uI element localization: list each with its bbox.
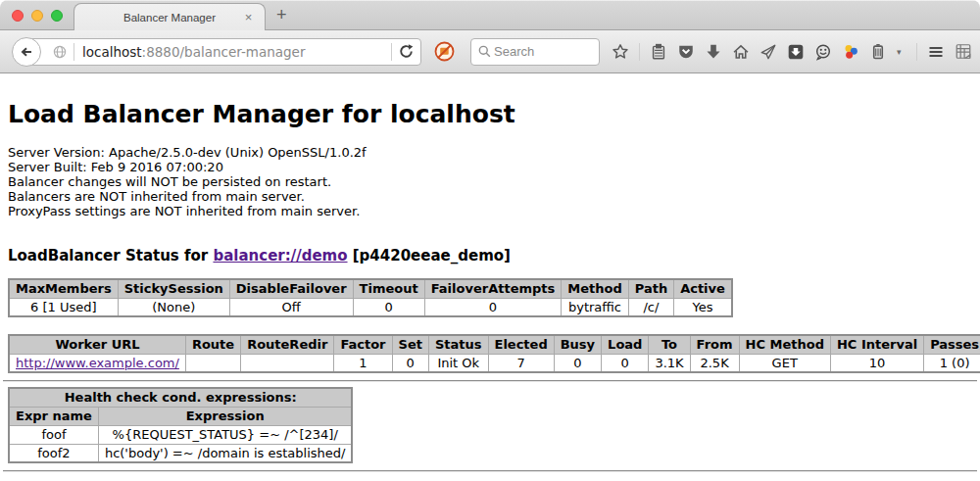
separator-rule-bottom [3, 470, 977, 472]
url-bar[interactable]: localhost:8880/balancer-manager [25, 38, 421, 66]
tab-close-icon[interactable]: × [241, 10, 256, 24]
col-load: Load [602, 335, 649, 354]
col-active: Active [674, 279, 732, 298]
tab-title: Balancer Manager [123, 12, 216, 24]
col-method: Method [562, 279, 628, 298]
col-busy: Busy [554, 335, 601, 354]
globe-icon [52, 44, 68, 60]
col-expression: Expression [98, 407, 352, 425]
colored-dots-icon[interactable] [842, 43, 859, 61]
battery-extension-icon[interactable] [869, 43, 887, 61]
window-controls [12, 10, 63, 22]
health-data-row: foof %{REQUEST_STATUS} =~ /^[234]/ [9, 425, 352, 444]
url-host: localhost [82, 44, 142, 60]
col-hc-interval: HC Interval [830, 335, 923, 354]
reading-list-clipboard-icon[interactable] [650, 43, 667, 61]
server-built-line: Server Built: Feb 9 2016 07:00:20 [8, 160, 972, 174]
page-title: Load Balancer Manager for localhost [8, 100, 972, 128]
page-grid-icon[interactable] [955, 43, 972, 61]
col-elected: Elected [488, 335, 554, 354]
search-icon [477, 44, 492, 59]
back-arrow-icon [19, 44, 34, 60]
status-prefix: LoadBalancer Status for [8, 247, 213, 265]
separator-rule [3, 380, 977, 382]
col-status: Status [428, 335, 488, 354]
worker-data-row: http://www.example.com/ 1 0 Init Ok 7 0 … [9, 354, 980, 372]
col-path: Path [628, 279, 673, 298]
url-path: :8880/balancer-manager [142, 44, 306, 60]
worker-url-link[interactable]: http://www.example.com/ [16, 356, 179, 370]
worker-status-table: Worker URL Route RouteRedir Factor Set S… [8, 334, 980, 373]
balancer-header-row: MaxMembers StickySession DisableFailover… [9, 279, 732, 298]
balancer-data-row: 6 [1 Used] (None) Off 0 0 bytraffic /c/ … [9, 298, 732, 316]
toolbar-icons: ▾ [612, 43, 972, 61]
health-title-row: Health check cond. expressions: [9, 388, 352, 407]
zoom-window-button[interactable] [51, 10, 63, 22]
download-arrow-icon[interactable] [705, 43, 722, 61]
col-disablefailover: DisableFailover [229, 279, 353, 298]
navigation-toolbar: localhost:8880/balancer-manager [0, 30, 980, 73]
col-maxmembers: MaxMembers [9, 279, 118, 298]
page-content: Load Balancer Manager for localhost Serv… [0, 73, 980, 480]
inherit-notice-line: Balancers are NOT inherited from main se… [8, 189, 972, 204]
col-from: From [690, 335, 739, 354]
back-button[interactable] [12, 37, 41, 67]
toolbar-separator2 [916, 43, 917, 61]
chat-smiley-icon[interactable] [814, 43, 832, 61]
new-tab-button[interactable]: + [276, 5, 287, 25]
col-factor: Factor [334, 335, 392, 354]
col-route: Route [185, 335, 240, 354]
balancer-settings-table: MaxMembers StickySession DisableFailover… [8, 278, 733, 317]
health-check-table: Health check cond. expressions: Expr nam… [8, 387, 353, 463]
health-header-row: Expr name Expression [9, 407, 352, 425]
proxypass-notice-line: ProxyPass settings are NOT inherited fro… [8, 204, 972, 218]
video-download-icon[interactable] [787, 43, 805, 61]
col-failoverattempts: FailoverAttempts [424, 279, 562, 298]
col-hc-method: HC Method [739, 335, 830, 354]
loadbalancer-status-heading: LoadBalancer Status for balancer://demo … [8, 247, 972, 265]
reload-button[interactable] [398, 43, 415, 60]
plugin-blocked-icon[interactable] [434, 41, 455, 62]
server-info: Server Version: Apache/2.5.0-dev (Unix) … [8, 145, 972, 218]
bookmark-star-icon[interactable] [612, 43, 629, 61]
tab-strip: Balancer Manager × + [0, 0, 980, 30]
col-set: Set [392, 335, 428, 354]
close-window-button[interactable] [12, 10, 24, 22]
col-stickysession: StickySession [118, 279, 229, 298]
menu-hamburger-icon[interactable] [927, 43, 945, 61]
status-suffix: [p4420eeae_demo] [348, 247, 511, 265]
col-routeredir: RouteRedir [241, 335, 334, 354]
persist-notice-line: Balancer changes will NOT be persisted o… [8, 174, 972, 189]
urlbar-separator [74, 43, 74, 61]
balancer-demo-link[interactable]: balancer://demo [213, 247, 347, 265]
col-timeout: Timeout [353, 279, 424, 298]
url-text[interactable]: localhost:8880/balancer-manager [82, 44, 391, 60]
col-expr-name: Expr name [9, 407, 98, 425]
chevron-down-icon[interactable]: ▾ [897, 47, 906, 57]
col-to: To [649, 335, 690, 354]
search-bar[interactable] [470, 38, 600, 66]
browser-window: Balancer Manager × + localhost:8880/bala… [0, 0, 980, 481]
search-input[interactable] [492, 43, 580, 60]
health-table-title: Health check cond. expressions: [9, 388, 352, 407]
minimize-window-button[interactable] [31, 10, 43, 22]
toolbar-separator [639, 43, 640, 61]
home-icon[interactable] [732, 43, 750, 61]
col-passes: Passes [924, 335, 980, 354]
tab-balancer-manager[interactable]: Balancer Manager × [74, 3, 266, 31]
col-worker-url: Worker URL [9, 335, 185, 354]
server-version-line: Server Version: Apache/2.5.0-dev (Unix) … [8, 145, 972, 160]
send-plane-icon[interactable] [760, 43, 777, 61]
pocket-icon[interactable] [677, 43, 695, 61]
worker-header-row: Worker URL Route RouteRedir Factor Set S… [9, 335, 980, 354]
urlbar-separator2 [391, 43, 392, 61]
health-data-row: foof2 hc('body') =~ /domain is establish… [9, 444, 352, 462]
